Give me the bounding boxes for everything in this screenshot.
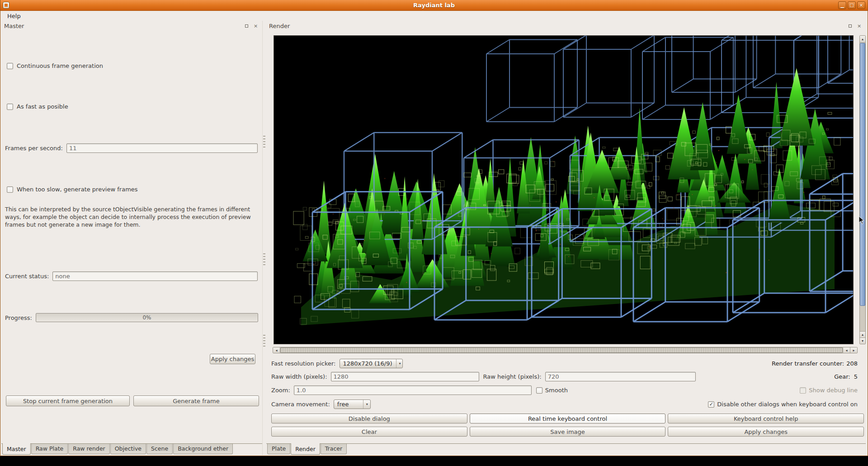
transfer-counter-value: 208 [846,360,858,367]
clear-button[interactable]: Clear [271,427,467,437]
master-panel-title: Master [4,23,24,29]
menu-help[interactable]: Help [5,12,24,20]
raw-size-row: Raw width (pixels): Raw height (pixels):… [271,372,858,381]
render-panel-title: Render [269,23,290,29]
continuous-frame-checkbox[interactable] [7,63,13,69]
zoom-label: Zoom: [271,387,290,394]
show-debug-line-checkbox[interactable] [800,387,806,394]
right-tabbar: Plate Render Tracer [266,443,866,455]
paned-grip[interactable] [263,136,265,148]
vscroll-thumb[interactable] [860,43,865,306]
dock-close-icon[interactable]: × [856,23,862,29]
generate-frame-button[interactable]: Generate frame [133,395,259,406]
app-icon [3,2,9,9]
tab-background-ether[interactable]: Background ether [173,444,233,454]
disable-dialog-button[interactable]: Disable dialog [271,414,467,423]
progress-label: Progress: [5,314,32,321]
zoom-input[interactable] [294,385,532,395]
tab-raw-plate[interactable]: Raw Plate [31,444,68,454]
as-fast-checkbox[interactable] [7,104,13,110]
paned-grip[interactable] [263,253,265,266]
preview-frames-checkbox[interactable] [7,186,13,193]
render-scene-canvas[interactable] [274,36,853,344]
as-fast-row: As fast as posible [7,103,68,110]
progress-row: Progress: 0% [5,313,258,322]
menubar: Help [0,11,868,21]
raw-height-input[interactable] [545,372,696,381]
gear-value: 5 [854,373,858,380]
current-status-label: Current status: [5,273,49,280]
keyboard-buttons-row: Disable dialog Real time keyboard contro… [271,414,864,423]
gear-label: Gear: [834,373,850,380]
fps-label: Frames per second: [5,145,63,152]
chevron-down-icon: ▾ [396,359,401,368]
tab-render[interactable]: Render [291,443,320,455]
scroll-right-icon[interactable]: ▸ [850,347,857,353]
current-status-input[interactable] [52,271,258,281]
hscroll-thumb[interactable] [280,347,843,353]
scroll-left-icon[interactable]: ◂ [843,347,850,353]
tab-tracer[interactable]: Tracer [321,444,347,454]
render-panel: Render × ▴ ▴ ▾ ◂ ◂ ▸ [266,21,866,455]
save-image-button[interactable]: Save image [470,427,666,437]
tab-objective[interactable]: Objective [110,444,146,454]
current-status-row: Current status: [5,271,258,281]
master-panel: Master × Continuous frame generation As … [1,21,263,455]
scroll-left-icon[interactable]: ◂ [273,347,280,353]
realtime-keyboard-control-button[interactable]: Real time keyboard control [470,414,666,423]
preview-frames-label: When too slow, generate preview frames [17,186,138,193]
camera-row: Camera movement: free ▾ ✓ Disable other … [271,399,858,409]
fps-input[interactable] [66,143,258,153]
disable-other-dialogs-checkbox[interactable]: ✓ [708,401,714,408]
continuous-frame-row: Continuous frame generation [7,62,103,69]
transfer-counter-label: Render transfer counter: [772,360,844,367]
tab-scene[interactable]: Scene [146,444,173,454]
resolution-picker-select[interactable]: 1280x720 (16/9) ▾ [340,359,403,368]
render-horizontal-scrollbar[interactable]: ◂ ◂ ▸ [273,347,858,353]
progress-bar: 0% [36,313,258,322]
tab-plate[interactable]: Plate [267,444,290,454]
close-button[interactable]: × [857,1,865,9]
chevron-down-icon: ▾ [363,400,368,409]
stop-frame-generation-button[interactable]: Stop current frame generation [6,395,130,406]
show-debug-line-label: Show debug line [809,387,858,394]
master-panel-header: Master × [4,22,259,30]
zoom-row: Zoom: Smooth Show debug line [271,385,858,395]
check-icon: ✓ [709,401,713,407]
titlebar[interactable]: Raydiant lab ▁ □ × [0,0,868,11]
dock-iconify-icon[interactable] [847,23,853,29]
progress-percent: 0% [36,314,258,321]
mouse-cursor [859,216,865,225]
maximize-button[interactable]: □ [848,1,856,9]
scroll-up-icon[interactable]: ▴ [860,36,865,43]
disable-other-dialogs-label: Disable other dialogs when keyboard cont… [717,401,858,408]
camera-movement-value: free [337,401,359,408]
scroll-down-icon[interactable]: ▾ [860,338,865,344]
raw-height-label: Raw height (pixels): [483,373,542,380]
screen: Raydiant lab ▁ □ × Help Master × Conti [0,0,868,466]
vscroll-trough[interactable] [860,43,865,331]
tab-raw-render[interactable]: Raw render [68,444,110,454]
app-window: Raydiant lab ▁ □ × Help Master × Conti [0,0,868,456]
dock-iconify-icon[interactable] [244,23,250,29]
render-apply-changes-button[interactable]: Apply changes [668,427,864,437]
minimize-button[interactable]: ▁ [838,1,846,9]
camera-movement-select[interactable]: free ▾ [334,399,371,409]
smooth-label: Smooth [545,387,568,394]
render-vertical-scrollbar[interactable]: ▴ ▴ ▾ [859,35,866,344]
keyboard-control-help-button[interactable]: Keyboard control help [668,414,864,423]
master-apply-changes-button[interactable]: Apply changes [210,354,255,364]
paned-grip[interactable] [263,335,265,347]
raw-width-input[interactable] [331,372,479,381]
dock-close-icon[interactable]: × [253,23,259,29]
tab-master[interactable]: Master [2,443,31,455]
render-viewport[interactable] [274,35,854,344]
scroll-up-icon[interactable]: ▴ [860,331,865,338]
resolution-picker-value: 1280x720 (16/9) [343,360,392,367]
resolution-row: Fast resolution picker: 1280x720 (16/9) … [271,359,858,368]
window-title: Raydiant lab [0,2,868,9]
action-buttons-row: Clear Save image Apply changes [271,427,864,437]
smooth-checkbox[interactable] [536,387,542,394]
as-fast-label: As fast as posible [17,103,68,110]
fps-row: Frames per second: [5,143,258,153]
